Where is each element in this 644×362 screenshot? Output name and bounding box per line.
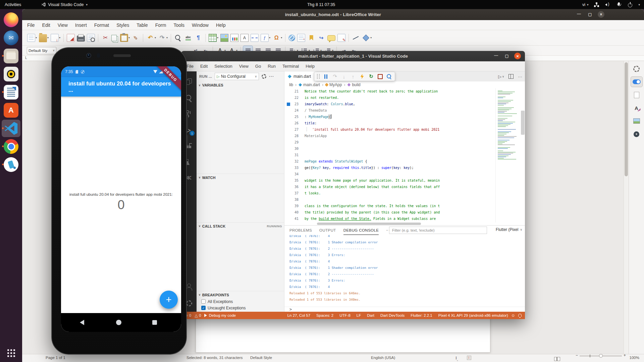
panel-tab-problems[interactable]: PROBLEMS [289, 226, 312, 235]
status-cursor-position[interactable]: Ln 27, Col 57 [287, 313, 310, 317]
step-into-icon[interactable] [341, 74, 347, 79]
print-preview-button[interactable] [86, 33, 96, 43]
book-view-icon[interactable] [554, 357, 557, 361]
insert-image-button[interactable] [220, 33, 229, 43]
tab-main-dart[interactable]: main.dart [284, 71, 317, 81]
insert-mode-icon[interactable]: I˷ [455, 356, 458, 361]
watch-section-header[interactable]: ∨WATCH [197, 174, 284, 181]
launch-configuration-dropdown[interactable]: ▷ No Configural ∨ [215, 73, 259, 80]
insert-hyperlink-button[interactable] [288, 34, 296, 42]
breakpoints-section-header[interactable]: ∨BREAKPOINTS [197, 291, 284, 298]
undo-button[interactable]: ▾ [146, 33, 157, 43]
problems-status[interactable]: ⊘ 0 △ 0 [184, 313, 201, 318]
document-scrollbar[interactable] [624, 61, 629, 354]
run-file-button[interactable]: ▷∨ [498, 74, 504, 79]
formatting-marks-button[interactable] [194, 33, 203, 43]
activities-button[interactable]: Activities [0, 0, 26, 9]
lo-menu-window[interactable]: Window [188, 22, 212, 28]
lo-menu-insert[interactable]: Insert [71, 22, 91, 28]
sidebar-tab-styles[interactable] [631, 103, 642, 113]
insert-field-button[interactable]: ▾ [260, 33, 271, 43]
save-button[interactable]: ▾ [50, 33, 61, 43]
vs-menu-terminal[interactable]: Terminal [279, 64, 302, 69]
phone-screen[interactable]: 7:35 install full ubuntu 20.04 for devel… [61, 66, 181, 332]
open-button[interactable]: ▾ [38, 33, 49, 43]
restart-icon[interactable] [368, 74, 374, 79]
status-indentation[interactable]: Spaces: 2 [316, 313, 333, 317]
checkbox[interactable]: ✓ [201, 306, 206, 310]
paragraph-style-status[interactable]: Default Style [250, 356, 272, 360]
call-stack-section-header[interactable]: ∨CALL STACKRUNNING [197, 222, 284, 230]
hot-reload-icon[interactable] [359, 74, 365, 79]
vscode-titlebar[interactable]: main.dart - flutter_application_1 - Visu… [181, 51, 525, 61]
breadcrumb-lib[interactable]: lib [289, 82, 293, 87]
editor-horizontal-scrollbar[interactable] [284, 223, 495, 225]
page-count[interactable]: Page 1 of 1 [46, 356, 65, 360]
lo-menu-view[interactable]: View [54, 22, 71, 28]
new-document-button[interactable]: ▾ [26, 33, 38, 43]
stop-icon[interactable] [377, 74, 383, 79]
power-icon[interactable] [627, 2, 633, 7]
insert-textbox-button[interactable] [240, 33, 249, 43]
home-button[interactable] [116, 320, 121, 325]
keyboard-layout-indicator[interactable]: vi▾ [582, 2, 589, 7]
start-debugging-icon[interactable]: ▷ [217, 74, 219, 79]
find-replace-button[interactable] [173, 33, 183, 43]
breadcrumb-main-dart[interactable]: main.dart [299, 82, 320, 87]
libreoffice-titlebar[interactable]: install_ubuntu_home.odt - LibreOffice Wr… [22, 9, 644, 20]
zoom-slider-knob[interactable] [599, 354, 603, 358]
lo-menu-styles[interactable]: Styles [113, 22, 133, 28]
recents-button[interactable] [152, 320, 157, 325]
lo-menu-form[interactable]: Form [152, 22, 170, 28]
spelling-button[interactable] [183, 33, 193, 43]
breadcrumb-build[interactable]: build [347, 82, 360, 87]
insert-cross-reference-button[interactable] [317, 33, 326, 43]
vs-menu-selection[interactable]: Selection [211, 64, 235, 69]
more-actions-icon[interactable]: ··· [269, 74, 274, 79]
status-language-mode[interactable]: Dart [367, 313, 374, 317]
word-count[interactable]: Selected: 8 words, 31 characters [186, 356, 243, 360]
vs-menu-run[interactable]: Run [264, 64, 279, 69]
debug-task-status[interactable]: Debug my code [204, 313, 236, 317]
zoom-level[interactable]: 100% [630, 356, 639, 360]
lo-menu-file[interactable]: File [23, 22, 39, 28]
close-button[interactable]: × [598, 11, 604, 18]
notifications-bell-icon[interactable] [518, 314, 522, 317]
breakpoint-item[interactable]: ✓Uncaught Exceptions [197, 305, 284, 311]
clock[interactable]: Thg 8 11 07:35 [307, 0, 335, 9]
debug-session-dropdown[interactable]: Flutter (Pixel∨ [496, 227, 522, 232]
dock-item-firefox[interactable] [2, 11, 20, 28]
clone-formatting-button[interactable] [131, 33, 141, 43]
configure-gear-icon[interactable] [262, 74, 266, 79]
text-language[interactable]: English (USA) [371, 356, 395, 360]
chevron-down-icon[interactable]: ▾ [638, 3, 640, 6]
scrollbar-thumb[interactable] [625, 62, 628, 176]
dock-item-chrome[interactable] [2, 138, 20, 155]
minimize-button[interactable]: — [576, 11, 582, 18]
status-flutter-version[interactable]: Flutter: 2.2.1 [411, 313, 432, 317]
editor-scrollbar[interactable] [521, 111, 525, 135]
lo-menu-edit[interactable]: Edit [39, 22, 54, 28]
sidebar-tab-page[interactable] [631, 90, 642, 100]
step-out-icon[interactable] [350, 74, 356, 79]
lo-menu-format[interactable]: Format [91, 22, 113, 28]
dock-item-files[interactable] [2, 47, 20, 65]
lo-menu-table[interactable]: Table [133, 22, 151, 28]
track-changes-button[interactable] [337, 33, 346, 43]
network-icon[interactable] [594, 2, 599, 7]
page-break-button[interactable] [250, 33, 259, 43]
save-status-icon[interactable] [467, 356, 471, 360]
insert-line-button[interactable] [351, 33, 361, 43]
cut-button[interactable] [101, 33, 110, 43]
minimize-button[interactable]: — [493, 53, 499, 59]
scrollbar-thumb[interactable] [317, 223, 421, 225]
dock-item-thunderbird[interactable] [2, 29, 20, 47]
breakpoint-item[interactable]: All Exceptions [197, 298, 284, 305]
increment-fab-button[interactable]: + [160, 291, 178, 309]
vs-menu-view[interactable]: View [236, 64, 252, 69]
inspect-icon[interactable] [386, 74, 392, 79]
dock-item-emulator[interactable] [2, 156, 20, 173]
insert-comment-button[interactable] [327, 34, 336, 42]
app-menu-button[interactable]: Visual Studio Code ▾ [41, 2, 88, 7]
split-editor-icon[interactable] [508, 74, 514, 79]
